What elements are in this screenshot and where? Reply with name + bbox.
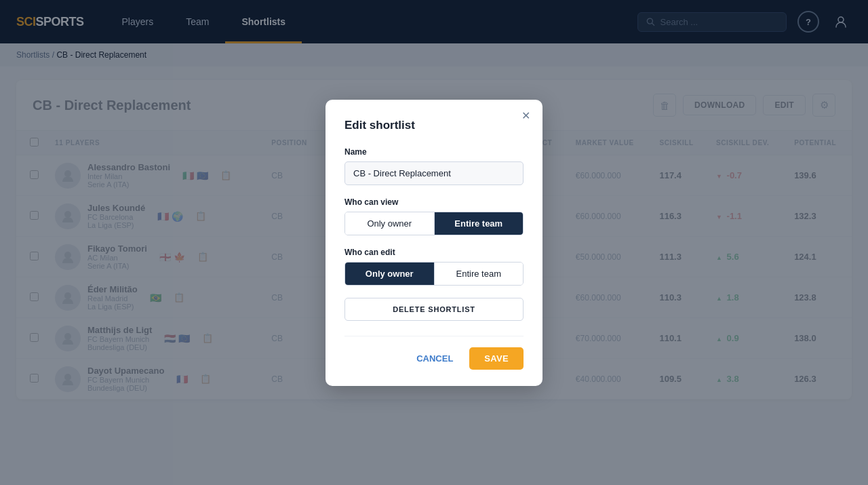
view-only-owner-button[interactable]: Only owner (345, 212, 435, 235)
shortlist-name-input[interactable] (344, 161, 524, 185)
modal-footer: CANCEL SAVE (344, 336, 524, 370)
name-label: Name (344, 147, 524, 157)
modal-title: Edit shortlist (344, 119, 524, 132)
who-view-toggle-group: Only owner Entire team (344, 212, 524, 235)
modal-overlay: ✕ Edit shortlist Name Who can view Only … (0, 0, 868, 413)
edit-only-owner-button[interactable]: Only owner (345, 263, 435, 285)
delete-shortlist-button[interactable]: DELETE SHORTLIST (344, 298, 524, 321)
modal-close-button[interactable]: ✕ (521, 111, 530, 121)
cancel-button[interactable]: CANCEL (408, 349, 461, 368)
edit-entire-team-button[interactable]: Entire team (435, 263, 524, 285)
view-entire-team-button[interactable]: Entire team (435, 212, 524, 235)
who-edit-toggle-group: Only owner Entire team (344, 262, 524, 286)
who-edit-label: Who can edit (344, 248, 524, 257)
who-view-label: Who can view (344, 197, 524, 207)
save-button[interactable]: SAVE (469, 347, 524, 370)
edit-shortlist-modal: ✕ Edit shortlist Name Who can view Only … (326, 100, 542, 386)
